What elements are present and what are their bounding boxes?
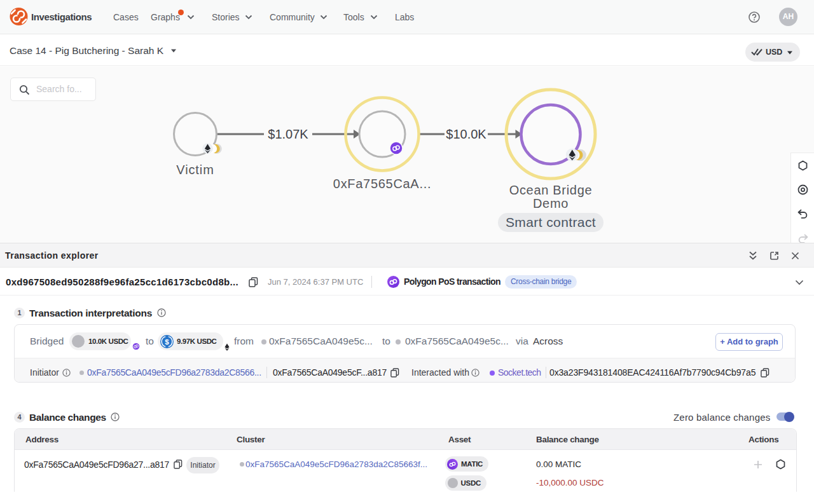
svg-text:$1.07K: $1.07K bbox=[268, 127, 308, 141]
svg-text:Demo: Demo bbox=[533, 196, 569, 210]
svg-text:$10.0K: $10.0K bbox=[446, 127, 486, 141]
svg-text:Ocean Bridge: Ocean Bridge bbox=[509, 183, 593, 197]
svg-text:$: $ bbox=[165, 337, 169, 345]
svg-text:Smart contract: Smart contract bbox=[506, 215, 596, 229]
svg-text:Victim: Victim bbox=[176, 163, 214, 177]
svg-text:0xFa7565CaA...: 0xFa7565CaA... bbox=[333, 177, 431, 191]
